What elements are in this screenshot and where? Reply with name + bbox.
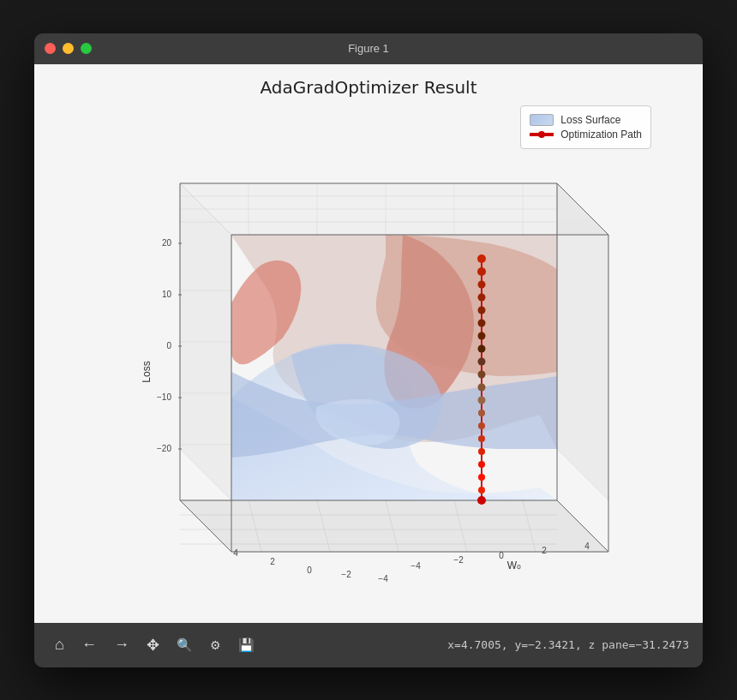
titlebar: Figure 1 — [34, 33, 703, 64]
zoom-button[interactable]: 🔍 — [170, 632, 200, 658]
opt-dot-6 — [478, 320, 486, 327]
z-tick-10: 10 — [162, 290, 172, 299]
coordinates-display: x=4.7005, y=−2.3421, z pane=−31.2473 — [447, 638, 689, 651]
opt-dot-1 — [477, 254, 486, 263]
legend-path-label: Optimization Path — [560, 129, 642, 141]
w0-axis-label: W₀ — [507, 559, 521, 571]
opt-dot-19 — [478, 487, 485, 494]
forward-button[interactable]: → — [107, 631, 136, 659]
configure-button[interactable]: ⚙ — [203, 633, 228, 657]
opt-dot-7 — [478, 332, 486, 340]
opt-dot-20 — [477, 496, 486, 505]
opt-dot-13 — [478, 410, 485, 416]
opt-dot-2 — [477, 267, 486, 276]
w0-tick-neg4: −4 — [410, 561, 421, 571]
opt-dot-3 — [478, 281, 486, 289]
chart-container[interactable]: 20 10 0 −10 −20 Loss 4 2 0 −2 −4 — [43, 105, 694, 614]
w1-tick-neg2: −2 — [341, 570, 351, 579]
w1-tick-0: 0 — [307, 565, 312, 575]
w0-tick-neg2: −2 — [453, 555, 464, 565]
back-button[interactable]: ← — [75, 631, 104, 659]
w1-tick-2: 2 — [270, 557, 275, 566]
legend-surface-label: Loss Surface — [560, 114, 620, 126]
opt-dot-8 — [478, 345, 486, 353]
w0-tick-2: 2 — [542, 546, 547, 555]
minimize-button[interactable] — [63, 43, 74, 54]
opt-dot-5 — [478, 307, 486, 314]
maximize-button[interactable] — [81, 43, 92, 54]
application-window: Figure 1 AdaGradOptimizer Result Loss Su… — [34, 33, 703, 667]
z-axis-label: Loss — [141, 361, 153, 382]
opt-dot-14 — [478, 422, 485, 429]
z-tick-neg10: −10 — [157, 392, 171, 402]
save-button[interactable]: 💾 — [231, 632, 261, 658]
z-tick-neg20: −20 — [157, 444, 171, 453]
legend-path-item: Optimization Path — [530, 129, 642, 141]
pan-button[interactable]: ✥ — [140, 631, 166, 660]
opt-dot-17 — [478, 461, 485, 468]
chart-svg[interactable]: 20 10 0 −10 −20 Loss 4 2 0 −2 −4 — [77, 132, 660, 586]
plot-title: AdaGradOptimizer Result — [260, 77, 476, 98]
legend-path-swatch — [530, 133, 554, 136]
traffic-lights — [45, 43, 92, 54]
plot-area: AdaGradOptimizer Result Loss Surface Opt… — [34, 64, 703, 623]
legend-surface-swatch — [530, 114, 554, 126]
opt-dot-18 — [478, 474, 485, 481]
opt-dot-12 — [478, 397, 486, 404]
opt-dot-15 — [478, 435, 485, 442]
w1-tick-neg4: −4 — [378, 574, 388, 583]
home-button[interactable]: ⌂ — [48, 631, 71, 659]
legend: Loss Surface Optimization Path — [520, 105, 651, 149]
toolbar: ⌂ ← → ✥ 🔍 ⚙ 💾 x=4.7005, y=−2.3421, z pan… — [34, 623, 703, 667]
w0-tick-0: 0 — [499, 551, 504, 560]
opt-dot-16 — [478, 448, 485, 455]
opt-dot-11 — [478, 384, 486, 392]
w0-tick-4: 4 — [584, 541, 590, 551]
opt-dot-9 — [478, 358, 486, 366]
opt-dot-10 — [478, 371, 486, 379]
w1-tick-4: 4 — [233, 548, 238, 558]
opt-dot-4 — [478, 294, 486, 302]
z-tick-20: 20 — [162, 238, 172, 248]
z-tick-0: 0 — [166, 341, 171, 350]
window-title: Figure 1 — [348, 42, 389, 55]
close-button[interactable] — [45, 43, 56, 54]
legend-surface-item: Loss Surface — [530, 114, 642, 126]
back-panel-right — [557, 183, 608, 500]
w1-axis-label: W₁ — [297, 585, 311, 586]
